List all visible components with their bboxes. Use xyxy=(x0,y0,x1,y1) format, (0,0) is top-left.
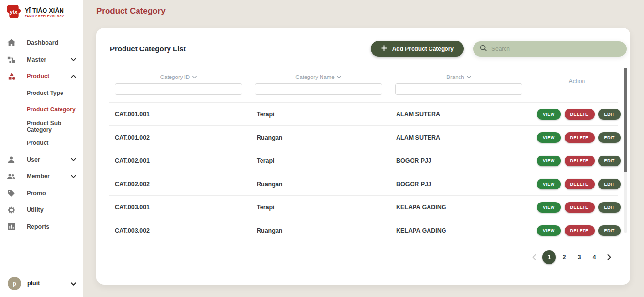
sidebar-item-label: Product xyxy=(27,73,71,79)
card-title: Product Category List xyxy=(110,45,186,53)
sitemap-icon xyxy=(6,56,16,63)
row-actions: VIEW DELETE EDIT xyxy=(537,219,621,242)
row-actions: VIEW DELETE EDIT xyxy=(537,103,621,126)
edit-button[interactable]: EDIT xyxy=(598,156,621,166)
sidebar-item-label: Member xyxy=(27,173,71,180)
view-button[interactable]: VIEW xyxy=(537,202,561,213)
user-menu[interactable]: p pluit xyxy=(0,277,83,297)
edit-button[interactable]: EDIT xyxy=(598,179,621,189)
view-button[interactable]: VIEW xyxy=(537,156,561,166)
column-label: Category Name xyxy=(295,74,335,80)
user-icon xyxy=(6,156,16,164)
sidebar-item-product-category[interactable]: Product Category xyxy=(0,101,83,118)
sidebar-item-label: Reports xyxy=(27,223,76,230)
plus-icon xyxy=(381,45,387,53)
brand[interactable]: ytx YĪ TIÁO XIÀN FAMILY REFLEXOLOGY xyxy=(0,0,83,24)
sidebar-item-label: Dashboard xyxy=(27,39,76,46)
sort-category-id[interactable]: Category ID xyxy=(115,73,242,81)
edit-button[interactable]: EDIT xyxy=(598,132,621,143)
view-button[interactable]: VIEW xyxy=(537,225,561,236)
cell-category-id: CAT.003.001 xyxy=(115,196,150,219)
sort-category-name[interactable]: Category Name xyxy=(255,73,382,81)
search-input[interactable] xyxy=(491,46,620,52)
gear-icon xyxy=(6,206,16,214)
chevron-up-icon xyxy=(71,75,76,78)
sidebar-item-master[interactable]: Master xyxy=(0,51,83,68)
edit-button[interactable]: EDIT xyxy=(598,225,621,236)
row-actions: VIEW DELETE EDIT xyxy=(537,126,621,149)
add-product-category-button[interactable]: Add Product Category xyxy=(371,41,464,57)
user-name: pluit xyxy=(27,280,71,287)
delete-button[interactable]: DELETE xyxy=(565,109,595,120)
edit-button[interactable]: EDIT xyxy=(598,109,621,120)
row-actions: VIEW DELETE EDIT xyxy=(537,196,621,219)
add-button-label: Add Product Category xyxy=(392,46,454,52)
cell-category-name: Ruangan xyxy=(257,126,282,149)
cell-category-name: Terapi xyxy=(257,196,275,219)
cell-category-id: CAT.003.002 xyxy=(115,219,150,242)
chevron-down-icon xyxy=(71,279,76,288)
cell-branch: BOGOR PJJ xyxy=(396,149,431,172)
view-button[interactable]: VIEW xyxy=(537,179,561,189)
pagination-page-3[interactable]: 3 xyxy=(572,250,586,264)
cell-branch: KELAPA GADING xyxy=(396,196,446,219)
sidebar-item-product-sub-category[interactable]: Product Sub Category xyxy=(0,118,83,135)
pagination-page-1[interactable]: 1 xyxy=(542,250,556,264)
svg-text:ytx: ytx xyxy=(10,9,18,15)
delete-button[interactable]: DELETE xyxy=(565,202,595,213)
sidebar-item-product-leaf[interactable]: Product xyxy=(0,135,83,152)
delete-button[interactable]: DELETE xyxy=(565,156,595,166)
search-icon xyxy=(479,44,487,54)
sidebar-item-utility[interactable]: Utility xyxy=(0,202,83,219)
sidebar-item-label: Promo xyxy=(27,190,76,197)
view-button[interactable]: VIEW xyxy=(537,132,561,143)
sidebar-item-product-type[interactable]: Product Type xyxy=(0,85,83,102)
table-row: CAT.001.002 Ruangan ALAM SUTERA VIEW DEL… xyxy=(109,125,618,149)
column-action-label: Action xyxy=(537,78,617,85)
pagination-page-4[interactable]: 4 xyxy=(587,250,601,264)
sidebar-item-user[interactable]: User xyxy=(0,152,83,169)
sidebar: ytx YĪ TIÁO XIÀN FAMILY REFLEXOLOGY Dash… xyxy=(0,0,83,297)
column-branch: Branch xyxy=(395,73,522,95)
sort-chevron-icon xyxy=(337,76,341,78)
sidebar-item-dashboard[interactable]: Dashboard xyxy=(0,34,83,51)
pagination-prev-button[interactable] xyxy=(527,250,541,264)
edit-button[interactable]: EDIT xyxy=(598,202,621,213)
cell-branch: ALAM SUTERA xyxy=(396,103,440,126)
row-actions: VIEW DELETE EDIT xyxy=(537,172,621,196)
chevron-down-icon xyxy=(71,175,76,178)
search-box xyxy=(473,41,627,57)
delete-button[interactable]: DELETE xyxy=(565,179,595,189)
chevron-down-icon xyxy=(71,158,76,161)
pagination-next-button[interactable] xyxy=(602,250,616,264)
table-header: Category ID Category Name Branch A xyxy=(96,73,630,102)
sort-branch[interactable]: Branch xyxy=(395,73,522,81)
shapes-icon xyxy=(6,72,16,80)
filter-category-name-input[interactable] xyxy=(255,83,382,95)
main-content: Product Category Product Category List A… xyxy=(83,0,644,297)
brand-subtitle: FAMILY REFLEXOLOGY xyxy=(25,15,64,18)
filter-category-id-input[interactable] xyxy=(115,83,242,95)
sidebar-item-label: Master xyxy=(27,56,71,63)
pagination: 1 2 3 4 xyxy=(527,250,616,264)
table-row: CAT.001.001 Terapi ALAM SUTERA VIEW DELE… xyxy=(109,102,618,125)
delete-button[interactable]: DELETE xyxy=(565,132,595,143)
cell-branch: BOGOR PJJ xyxy=(396,172,431,196)
cell-category-id: CAT.002.002 xyxy=(115,172,150,196)
tag-icon xyxy=(6,189,16,197)
row-actions: VIEW DELETE EDIT xyxy=(537,149,621,172)
sidebar-item-reports[interactable]: Reports xyxy=(0,219,83,235)
sidebar-subitem-label: Product Type xyxy=(27,90,63,96)
filter-branch-input[interactable] xyxy=(395,83,522,95)
scrollbar-thumb[interactable] xyxy=(624,68,627,172)
sidebar-item-member[interactable]: Member xyxy=(0,168,83,185)
sidebar-item-promo[interactable]: Promo xyxy=(0,185,83,202)
cell-category-id: CAT.002.001 xyxy=(115,149,150,172)
sidebar-item-product[interactable]: Product xyxy=(0,68,83,85)
brand-logo-icon: ytx xyxy=(7,3,21,22)
delete-button[interactable]: DELETE xyxy=(565,225,595,236)
pagination-page-2[interactable]: 2 xyxy=(557,250,571,264)
column-category-name: Category Name xyxy=(255,73,382,95)
view-button[interactable]: VIEW xyxy=(537,109,561,120)
home-icon xyxy=(6,39,16,47)
